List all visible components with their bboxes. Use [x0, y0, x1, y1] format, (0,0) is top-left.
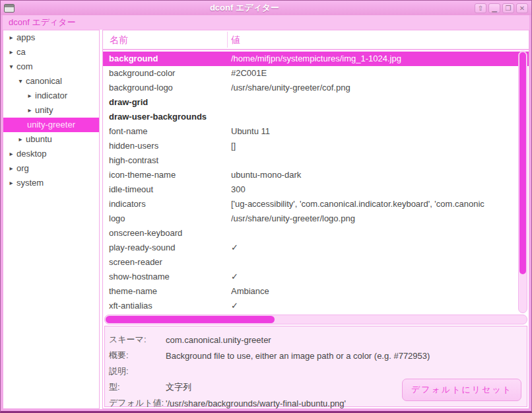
sidebar-tree-item[interactable]: ▸ org: [3, 161, 99, 176]
table-row[interactable]: hidden-users []: [103, 139, 529, 153]
key-name: screen-reader: [109, 255, 226, 270]
key-value: ubuntu-mono-dark: [231, 168, 527, 182]
table-row[interactable]: logo /usr/share/unity-greeter/logo.png: [103, 211, 529, 226]
tree-expander-icon[interactable]: ▾: [7, 59, 15, 74]
tree-item-label: unity-greeter: [27, 118, 75, 132]
table-row[interactable]: theme-name Ambiance: [103, 284, 529, 299]
maximize-button[interactable]: ❐: [502, 3, 514, 13]
key-name: onscreen-keyboard: [109, 226, 226, 241]
sidebar-tree-item[interactable]: ▸ unity: [3, 103, 99, 118]
tree-expander-icon[interactable]: ▸: [7, 30, 15, 45]
sidebar-tree-item[interactable]: ▸ indicator: [3, 89, 99, 103]
detail-row: スキーマ: com.canonical.unity-greeter: [109, 332, 523, 348]
key-name: background-logo: [109, 81, 226, 95]
maximize-icon: ❐: [506, 5, 512, 12]
minimize-button[interactable]: ▁: [488, 3, 500, 13]
reset-to-default-button[interactable]: デフォルトにリセット: [402, 379, 521, 401]
horizontal-scrollbar-thumb[interactable]: [106, 316, 275, 323]
detail-label: 型:: [109, 381, 166, 393]
table-row[interactable]: idle-timeout 300: [103, 182, 529, 197]
key-value: []: [231, 139, 527, 153]
vertical-scrollbar-thumb[interactable]: [519, 52, 526, 274]
shade-button[interactable]: ⇧: [475, 3, 486, 13]
keys-panel: 名前 値 background /home/mifjpn/systempictu…: [102, 30, 529, 409]
table-row[interactable]: draw-user-backgrounds: [103, 110, 529, 124]
key-name: play-ready-sound: [109, 241, 226, 255]
close-button[interactable]: ✕: [516, 3, 528, 13]
sidebar-tree-item[interactable]: ▸ apps: [3, 30, 99, 45]
window-title: dconf エディター: [15, 2, 475, 14]
key-name: indicators: [109, 197, 226, 211]
column-divider: [227, 32, 228, 48]
sidebar-tree-item[interactable]: ▸ desktop: [3, 147, 99, 161]
table-row[interactable]: draw-grid: [103, 95, 529, 110]
tree-expander-icon[interactable]: ▾: [17, 74, 24, 89]
key-name: idle-timeout: [109, 182, 226, 197]
key-value: Ambiance: [231, 284, 527, 299]
key-name: background: [109, 52, 226, 66]
table-row[interactable]: font-name Ubuntu 11: [103, 124, 529, 139]
detail-value: '/usr/share/backgrounds/warty-final-ubun…: [166, 398, 346, 408]
tree-item-label: org: [17, 161, 29, 176]
shade-icon: ⇧: [478, 5, 483, 12]
tree-expander-icon[interactable]: ▸: [17, 132, 24, 147]
table-row[interactable]: play-ready-sound ✓: [103, 241, 529, 255]
tree-item-label: indicator: [35, 89, 67, 103]
keys-table: background /home/mifjpn/systempictures/i…: [103, 52, 529, 313]
column-header-value[interactable]: 値: [231, 30, 240, 49]
table-row[interactable]: xft-antialias ✓: [103, 299, 529, 313]
close-icon: ✕: [519, 5, 525, 12]
content-area: ▸ apps ▸ ca ▾ com ▾ canonical ▸ indicato…: [3, 30, 529, 409]
detail-label: 概要:: [109, 350, 166, 361]
table-row[interactable]: onscreen-keyboard: [103, 226, 529, 241]
tree-item-label: desktop: [17, 147, 47, 161]
menu-dconf-editor[interactable]: dconf エディター: [9, 17, 76, 28]
tree-expander-icon[interactable]: ▸: [26, 103, 34, 118]
sidebar-tree-item[interactable]: ▸ system: [3, 176, 99, 190]
key-name: xft-antialias: [109, 299, 226, 313]
horizontal-scrollbar[interactable]: [104, 315, 527, 324]
key-details-panel: スキーマ: com.canonical.unity-greeter 概要: Ba…: [104, 326, 527, 407]
schema-tree: ▸ apps ▸ ca ▾ com ▾ canonical ▸ indicato…: [3, 30, 100, 409]
key-name: high-contrast: [109, 153, 226, 168]
table-header: 名前 値: [103, 30, 529, 50]
sidebar-tree-item[interactable]: ▸ ca: [3, 45, 99, 59]
detail-value: com.canonical.unity-greeter: [166, 335, 271, 345]
tree-expander-icon[interactable]: ▸: [7, 176, 15, 190]
sidebar-tree-item[interactable]: ▾ com: [3, 59, 99, 74]
key-name: logo: [109, 211, 226, 226]
table-row[interactable]: background /home/mifjpn/systempictures/i…: [103, 52, 529, 66]
table-row[interactable]: show-hostname ✓: [103, 270, 529, 284]
minimize-icon: ▁: [492, 5, 497, 12]
table-row[interactable]: background-color #2C001E: [103, 66, 529, 81]
tree-expander-icon[interactable]: ▸: [7, 45, 15, 59]
menubar: dconf エディター: [3, 15, 529, 30]
tree-expander-icon[interactable]: ▸: [26, 89, 34, 103]
table-row[interactable]: high-contrast: [103, 153, 529, 168]
vertical-scrollbar[interactable]: [518, 51, 527, 313]
table-row[interactable]: screen-reader: [103, 255, 529, 270]
tree-item-label: unity: [35, 103, 53, 118]
tree-item-label: ubuntu: [26, 132, 52, 147]
column-header-name[interactable]: 名前: [110, 30, 128, 49]
tree-expander-icon[interactable]: ▸: [7, 161, 15, 176]
key-value: /usr/share/unity-greeter/cof.png: [231, 81, 527, 95]
sidebar-tree-item[interactable]: ▾ canonical: [3, 74, 99, 89]
detail-label: デフォルト値:: [109, 397, 166, 409]
window-controls: ⇧ ▁ ❐ ✕: [475, 3, 528, 13]
table-row[interactable]: background-logo /usr/share/unity-greeter…: [103, 81, 529, 95]
sidebar-tree-item[interactable]: ▸ ubuntu: [3, 132, 99, 147]
key-value: #2C001E: [231, 66, 527, 81]
key-name: hidden-users: [109, 139, 226, 153]
table-row[interactable]: indicators ['ug-accessibility', 'com.can…: [103, 197, 529, 211]
sidebar-tree-item[interactable]: unity-greeter: [3, 118, 99, 132]
key-value: ✓: [231, 241, 527, 255]
detail-row: 概要: Background file to use, either an im…: [109, 348, 523, 363]
key-value: ['ug-accessibility', 'com.canonical.indi…: [231, 197, 527, 211]
key-value: /usr/share/unity-greeter/logo.png: [231, 211, 527, 226]
tree-expander-icon[interactable]: ▸: [7, 147, 15, 161]
tree-item-label: canonical: [26, 74, 62, 89]
key-value: ✓: [231, 270, 527, 284]
table-row[interactable]: icon-theme-name ubuntu-mono-dark: [103, 168, 529, 182]
key-name: draw-grid: [109, 95, 226, 110]
